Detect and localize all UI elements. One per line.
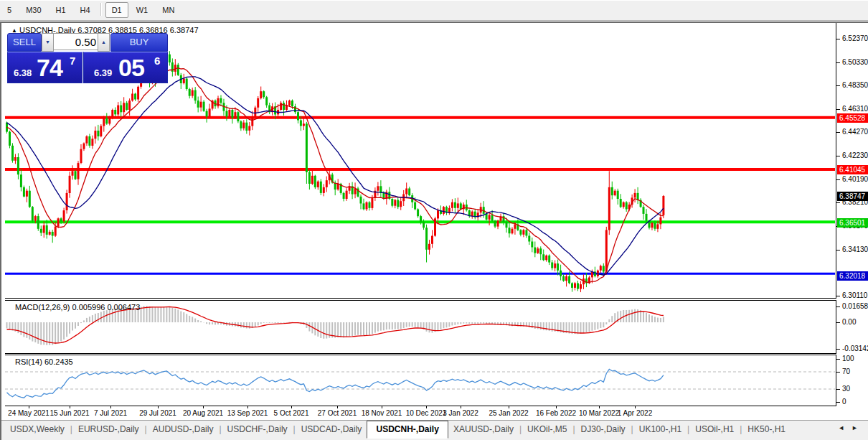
timeframe-button-w1[interactable]: W1 bbox=[130, 2, 155, 18]
buy-button[interactable]: BUY bbox=[110, 33, 168, 52]
x-axis-tick bbox=[70, 406, 70, 408]
chart-tab-usoil-h1[interactable]: USOil-,H1 bbox=[687, 421, 742, 438]
y-axis-tick bbox=[836, 296, 840, 296]
rsi-axis-label: 70 bbox=[842, 368, 850, 375]
timeframe-button-d1[interactable]: D1 bbox=[105, 2, 128, 18]
x-axis-tick bbox=[461, 406, 461, 408]
x-axis-tick bbox=[158, 406, 159, 408]
y-axis-label: 6.30110 bbox=[842, 291, 867, 299]
timeframe-button-5[interactable]: 5 bbox=[1, 2, 18, 18]
x-axis-label: 7 Jul 2021 bbox=[94, 409, 127, 417]
price-badge: 6.32018 bbox=[837, 271, 868, 281]
timeframe-button-m30[interactable]: M30 bbox=[19, 2, 47, 18]
x-axis-label: 1 Apr 2022 bbox=[618, 409, 652, 417]
mt4-terminal: 5M30H1H4D1W1MN ▲ USDCNH-,Daily 6.37082 6… bbox=[0, 0, 868, 440]
macd-signal-value: 0.006473 bbox=[107, 303, 140, 312]
rsi-axis-tick bbox=[836, 402, 840, 403]
y-axis-label: 6.34130 bbox=[842, 245, 868, 253]
rsi-axis-label: 0 bbox=[842, 398, 846, 406]
macd-axis-label: 0.016586 bbox=[842, 302, 868, 310]
chart-tab-eurusd-daily[interactable]: EURUSD-,Daily bbox=[70, 421, 148, 438]
chart-tab-xauusd-daily[interactable]: XAUUSD-,Daily bbox=[445, 421, 522, 438]
x-axis-label: 15 Jun 2021 bbox=[49, 409, 89, 417]
buy-price-display[interactable]: 6.39 05 6 bbox=[83, 52, 168, 83]
x-axis-label: 25 Jan 2022 bbox=[489, 409, 528, 417]
macd-axis-label: -0.031421 bbox=[842, 345, 868, 352]
macd-axis-tick bbox=[836, 306, 840, 307]
sell-button[interactable]: SELL bbox=[7, 33, 42, 52]
x-axis-label: 18 Nov 2021 bbox=[362, 409, 402, 417]
timeframe-button-mn[interactable]: MN bbox=[156, 2, 181, 18]
macd-value: 0.005996 bbox=[72, 303, 105, 312]
x-axis-tick bbox=[426, 406, 427, 408]
y-axis-label: 6.42230 bbox=[842, 151, 868, 159]
x-axis-tick bbox=[556, 406, 557, 408]
x-axis-label: 16 Feb 2022 bbox=[536, 409, 576, 417]
macd-pane[interactable]: MACD(12,26,9) 0.005996 0.006473 bbox=[5, 300, 836, 354]
macd-axis-label: 0.00 bbox=[842, 318, 856, 326]
volume-decrease-button[interactable]: ▼ bbox=[42, 33, 54, 52]
x-axis-label: 10 Mar 2022 bbox=[579, 409, 619, 417]
rsi-axis-tick bbox=[836, 372, 840, 373]
macd-label: MACD(12,26,9) 0.005996 0.006473 bbox=[15, 303, 140, 312]
x-axis-tick bbox=[382, 406, 382, 408]
chart-tab-usdx-weekly[interactable]: USDX,Weekly bbox=[1, 421, 73, 438]
x-axis-tick bbox=[110, 406, 111, 408]
date-axis[interactable]: 24 May 202115 Jun 20217 Jul 202129 Jul 2… bbox=[1, 406, 868, 420]
chevron-up-icon: ▲ bbox=[101, 39, 106, 45]
y-axis-tick bbox=[836, 132, 840, 133]
macd-axis-tick bbox=[836, 349, 840, 350]
chart-tab-ukoil-m5[interactable]: UKOil-,M5 bbox=[519, 421, 575, 438]
y-axis-tick bbox=[836, 109, 840, 110]
chart-tab-hk50-h1[interactable]: HK50-,H1 bbox=[739, 421, 794, 438]
buy-price-pips: 05 bbox=[118, 54, 144, 82]
chart-tab-usdcnh-daily[interactable]: USDCNH-,Daily bbox=[367, 421, 448, 439]
sell-price-display[interactable]: 6.38 74 7 bbox=[7, 52, 82, 83]
x-axis-tick bbox=[247, 406, 248, 408]
rsi-pane[interactable]: RSI(14) 60.2435 bbox=[5, 355, 836, 406]
y-axis-tick bbox=[836, 202, 840, 203]
timeframe-button-h4[interactable]: H4 bbox=[74, 2, 97, 18]
tab-scroll-arrows[interactable]: ◄► bbox=[838, 424, 865, 431]
toolbar-separator bbox=[100, 3, 102, 16]
timeframe-toolbar: 5M30H1H4D1W1MN bbox=[0, 0, 868, 21]
sell-price-pips: 74 bbox=[37, 54, 62, 82]
buy-price-handle: 6.39 bbox=[94, 67, 112, 78]
chart-tab-usdchf-daily[interactable]: USDCHF-,Daily bbox=[219, 421, 296, 438]
y-axis-tick bbox=[836, 156, 840, 156]
chart-tab-dj30-daily[interactable]: DJ30-,Daily bbox=[572, 421, 634, 438]
chart-tab-usdcad-daily[interactable]: USDCAD-,Daily bbox=[293, 421, 371, 438]
rsi-axis-tick bbox=[836, 359, 840, 360]
rsi-value: 60.2435 bbox=[44, 357, 73, 366]
y-axis-label: 6.40190 bbox=[842, 175, 868, 183]
rsi-axis-label: 100 bbox=[842, 355, 854, 362]
x-axis-label: 13 Sep 2021 bbox=[227, 409, 268, 417]
y-axis-label: 6.46310 bbox=[842, 105, 868, 113]
x-axis-tick bbox=[29, 406, 29, 408]
x-axis-label: 20 Aug 2021 bbox=[183, 409, 223, 417]
rsi-line bbox=[7, 369, 664, 398]
rsi-label: RSI(14) 60.2435 bbox=[15, 357, 73, 366]
x-axis-label: 27 Oct 2021 bbox=[318, 409, 357, 417]
y-axis-label: 6.44270 bbox=[842, 128, 868, 136]
x-axis-tick bbox=[203, 406, 204, 408]
chart-tab-bar: USDX,Weekly|EURUSD-,Daily|AUDUSD-,Daily|… bbox=[1, 420, 868, 439]
x-axis-label: 10 Dec 2021 bbox=[406, 409, 447, 417]
chart-tab-audusd-daily[interactable]: AUDUSD-,Daily bbox=[144, 421, 222, 438]
price-badge: 6.38747 bbox=[837, 192, 868, 201]
y-axis-label: 6.50330 bbox=[842, 58, 868, 66]
one-click-trade-panel: SELL ▼ ▲ BUY 6.38 74 7 6.39 05 6 bbox=[7, 33, 166, 98]
x-axis-tick bbox=[599, 406, 600, 408]
price-badge: 6.41045 bbox=[837, 165, 868, 174]
volume-increase-button[interactable]: ▲ bbox=[98, 33, 110, 52]
rsi-axis-tick bbox=[836, 389, 840, 390]
chart-tab-uk100-h1[interactable]: UK100-,H1 bbox=[631, 421, 690, 438]
ma-slow-line bbox=[7, 77, 664, 275]
y-axis-tick bbox=[836, 179, 840, 180]
x-axis-label: 24 May 2021 bbox=[8, 409, 49, 417]
rsi-chart[interactable] bbox=[5, 355, 835, 406]
timeframe-button-h1[interactable]: H1 bbox=[49, 2, 72, 18]
y-axis-tick bbox=[836, 250, 840, 251]
x-axis-tick bbox=[635, 406, 636, 408]
volume-input[interactable] bbox=[53, 33, 99, 50]
